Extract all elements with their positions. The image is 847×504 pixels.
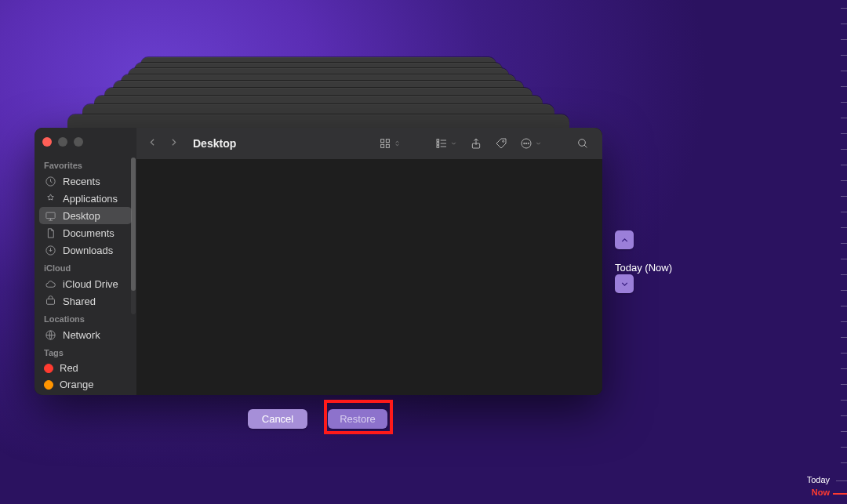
share-button[interactable] [467, 135, 485, 152]
sidebar-item-label: iCloud Drive [63, 278, 118, 290]
timeline-current-label: Today (Now) [615, 262, 672, 274]
svg-rect-3 [46, 299, 54, 304]
sidebar-item-label: Red [60, 362, 78, 374]
sidebar-item-downloads[interactable]: Downloads [39, 241, 132, 259]
finder-window: Favorites Recents Applications Desktop D… [35, 128, 602, 395]
svg-point-15 [524, 143, 525, 143]
sidebar-item-label: Applications [63, 193, 118, 205]
sidebar-item-applications[interactable]: Applications [39, 190, 132, 207]
close-window-button[interactable] [42, 137, 52, 147]
svg-rect-6 [386, 140, 389, 143]
sidebar-item-desktop[interactable]: Desktop [39, 207, 132, 224]
sidebar-item-recents[interactable]: Recents [39, 172, 132, 190]
tag-button[interactable] [493, 135, 510, 152]
clock-icon [44, 175, 56, 187]
svg-rect-1 [45, 212, 54, 219]
tag-color-icon [44, 380, 53, 390]
sidebar-item-label: Recents [63, 176, 100, 187]
search-button[interactable] [574, 135, 591, 152]
svg-point-16 [525, 143, 526, 143]
timeline-ruler-today-label: Today [807, 475, 830, 484]
applications-icon [44, 192, 56, 205]
sidebar-item-label: Desktop [63, 210, 100, 222]
group-button[interactable] [433, 135, 460, 152]
timeline-ruler-now-label: Now [812, 488, 830, 497]
sidebar-item-shared[interactable]: Shared [39, 292, 132, 310]
network-icon [44, 328, 56, 341]
back-button[interactable] [147, 137, 158, 150]
cancel-button[interactable]: Cancel [248, 409, 307, 429]
sidebar-section-icloud: iCloud [39, 259, 132, 275]
svg-rect-8 [386, 144, 389, 147]
timeline-previous-button[interactable] [615, 230, 634, 249]
timeline-next-button[interactable] [615, 274, 634, 293]
sidebar-section-locations: Locations [39, 310, 132, 326]
sidebar-section-favorites: Favorites [39, 156, 132, 172]
minimize-window-button[interactable] [58, 137, 67, 147]
sidebar-item-label: Orange [60, 379, 93, 390]
sidebar-tag-red[interactable]: Red [39, 360, 132, 376]
finder-main: Desktop [136, 128, 602, 395]
sidebar-item-network[interactable]: Network [39, 326, 132, 343]
toolbar: Desktop [136, 128, 602, 159]
restore-button[interactable]: Restore [328, 409, 387, 429]
window-controls [39, 136, 132, 156]
window-title: Desktop [193, 137, 236, 150]
file-browser-content[interactable] [136, 159, 602, 395]
button-label: Restore [340, 413, 376, 425]
sidebar-item-label: Shared [63, 296, 96, 307]
svg-rect-7 [381, 144, 384, 147]
svg-rect-11 [437, 146, 439, 148]
sidebar-scrollbar-thumb[interactable] [131, 158, 136, 291]
cloud-icon [44, 277, 56, 290]
shared-icon [44, 295, 56, 307]
sidebar-item-label: Network [63, 329, 100, 341]
sidebar-item-icloud-drive[interactable]: iCloud Drive [39, 275, 132, 292]
forward-button[interactable] [169, 137, 179, 150]
svg-point-17 [528, 143, 529, 143]
desktop-icon [44, 209, 56, 222]
timeline-ruler[interactable]: Today Now [833, 0, 847, 504]
zoom-window-button[interactable] [74, 137, 83, 147]
sidebar-item-label: Downloads [63, 245, 113, 256]
svg-point-13 [503, 140, 504, 142]
sidebar: Favorites Recents Applications Desktop D… [35, 128, 136, 395]
document-icon [44, 227, 56, 239]
view-mode-button[interactable] [376, 135, 403, 152]
timeline-now-marker [833, 493, 847, 495]
sidebar-section-tags: Tags [39, 343, 132, 360]
button-label: Cancel [262, 413, 293, 425]
more-button[interactable] [518, 135, 544, 152]
sidebar-item-label: Documents [63, 227, 115, 239]
svg-rect-5 [381, 140, 384, 143]
downloads-icon [44, 244, 56, 256]
svg-rect-10 [437, 143, 439, 145]
svg-rect-9 [437, 140, 439, 142]
sidebar-tag-orange[interactable]: Orange [39, 376, 132, 393]
sidebar-item-documents[interactable]: Documents [39, 224, 132, 241]
tag-color-icon [44, 364, 53, 373]
